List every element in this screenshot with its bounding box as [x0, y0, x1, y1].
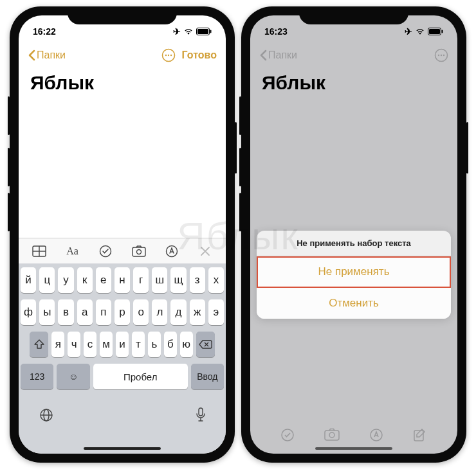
key-я[interactable]: я	[51, 332, 64, 357]
checklist-icon[interactable]	[92, 242, 119, 261]
status-icons: ✈︎	[173, 26, 212, 37]
notch	[299, 6, 408, 24]
more-icon	[434, 48, 448, 62]
format-icon[interactable]: Aa	[59, 242, 86, 261]
svg-rect-19	[429, 29, 440, 34]
key-е[interactable]: е	[96, 267, 111, 293]
bottom-toolbar	[250, 428, 457, 442]
svg-point-22	[438, 55, 439, 56]
svg-rect-17	[199, 408, 203, 416]
undo-button[interactable]: Не применять	[257, 256, 451, 288]
chevron-left-icon	[28, 49, 35, 61]
space-key[interactable]: Пробел	[93, 364, 188, 389]
key-ж[interactable]: ж	[190, 299, 205, 325]
svg-rect-1	[197, 29, 208, 34]
status-icons: ✈︎	[405, 26, 443, 37]
nav-bar: Папки	[250, 42, 457, 68]
key-а[interactable]: а	[77, 299, 93, 325]
key-у[interactable]: у	[58, 267, 73, 293]
compose-icon	[413, 428, 427, 442]
back-button[interactable]: Папки	[28, 49, 66, 61]
markup-icon[interactable]	[158, 242, 185, 261]
key-и[interactable]: и	[116, 332, 129, 357]
mic-icon[interactable]	[196, 407, 206, 423]
table-icon[interactable]	[26, 242, 53, 261]
key-д[interactable]: д	[170, 299, 186, 325]
airplane-icon: ✈︎	[405, 26, 412, 37]
action-sheet: Не применять набор текста Не применять О…	[257, 231, 451, 319]
close-icon[interactable]	[192, 242, 219, 261]
key-б[interactable]: б	[164, 332, 177, 357]
note-title: Яблык	[250, 68, 457, 98]
key-ю[interactable]: ю	[180, 332, 193, 357]
phone-left: 16:22 ✈︎ Папки	[10, 6, 235, 463]
done-button[interactable]: Готово	[182, 49, 217, 61]
key-й[interactable]: й	[21, 267, 36, 293]
key-х[interactable]: х	[208, 267, 224, 293]
svg-point-24	[443, 55, 444, 56]
key-ц[interactable]: ц	[39, 267, 55, 293]
svg-point-27	[329, 432, 334, 438]
clock: 16:22	[33, 26, 56, 37]
globe-icon[interactable]	[39, 407, 54, 423]
svg-point-6	[170, 55, 171, 56]
screen-right: 16:23 ✈︎ Папки Яблык Не применять набор …	[250, 15, 457, 454]
key-п[interactable]: п	[96, 299, 111, 325]
notch	[68, 6, 177, 24]
svg-rect-20	[442, 30, 443, 33]
key-м[interactable]: м	[100, 332, 113, 357]
svg-point-12	[136, 249, 141, 254]
chevron-left-icon	[259, 49, 267, 61]
battery-icon	[196, 28, 212, 35]
screen-left: 16:22 ✈︎ Папки	[19, 15, 226, 454]
keyboard: йцукенгшщзх фывапролджэ ячсмитьбю 123 ☺ …	[19, 263, 226, 454]
key-ь[interactable]: ь	[148, 332, 161, 357]
battery-icon	[428, 28, 443, 35]
key-ы[interactable]: ы	[39, 299, 55, 325]
phone-right: 16:23 ✈︎ Папки Яблык Не применять набор …	[241, 6, 466, 463]
numbers-key[interactable]: 123	[21, 364, 53, 389]
key-ф[interactable]: ф	[21, 299, 36, 325]
camera-icon[interactable]	[125, 242, 152, 261]
more-icon[interactable]	[161, 48, 176, 62]
clock: 16:23	[264, 26, 288, 37]
key-щ[interactable]: щ	[170, 267, 186, 293]
keyboard-toolbar: Aa	[19, 238, 226, 263]
key-к[interactable]: к	[77, 267, 93, 293]
key-э[interactable]: э	[208, 299, 224, 325]
key-г[interactable]: г	[133, 267, 149, 293]
svg-point-5	[167, 55, 169, 56]
airplane-icon: ✈︎	[173, 26, 181, 37]
key-о[interactable]: о	[133, 299, 149, 325]
key-р[interactable]: р	[114, 299, 130, 325]
backspace-key[interactable]	[196, 332, 215, 357]
key-т[interactable]: т	[132, 332, 145, 357]
key-ч[interactable]: ч	[68, 332, 80, 357]
back-label: Папки	[268, 49, 297, 61]
key-ш[interactable]: ш	[152, 267, 167, 293]
nav-bar: Папки Готово	[19, 42, 226, 68]
home-indicator[interactable]	[315, 447, 392, 450]
wifi-icon	[183, 28, 194, 35]
svg-point-23	[441, 55, 442, 56]
key-л[interactable]: л	[152, 299, 167, 325]
return-key[interactable]: Ввод	[191, 364, 224, 389]
markup-icon	[369, 428, 383, 442]
note-title[interactable]: Яблык	[19, 68, 226, 98]
cancel-button[interactable]: Отменить	[257, 288, 451, 319]
key-н[interactable]: н	[114, 267, 130, 293]
svg-rect-2	[210, 30, 212, 33]
key-з[interactable]: з	[190, 267, 205, 293]
camera-icon	[324, 428, 340, 442]
home-indicator[interactable]	[84, 447, 161, 450]
back-button: Папки	[259, 49, 297, 61]
wifi-icon	[415, 28, 425, 35]
key-в[interactable]: в	[58, 299, 73, 325]
emoji-key[interactable]: ☺	[57, 364, 89, 389]
checklist-icon	[280, 428, 295, 442]
svg-rect-11	[133, 247, 145, 256]
shift-key[interactable]	[30, 332, 48, 357]
sheet-title: Не применять набор текста	[257, 231, 451, 256]
svg-point-4	[165, 55, 166, 56]
key-с[interactable]: с	[84, 332, 96, 357]
